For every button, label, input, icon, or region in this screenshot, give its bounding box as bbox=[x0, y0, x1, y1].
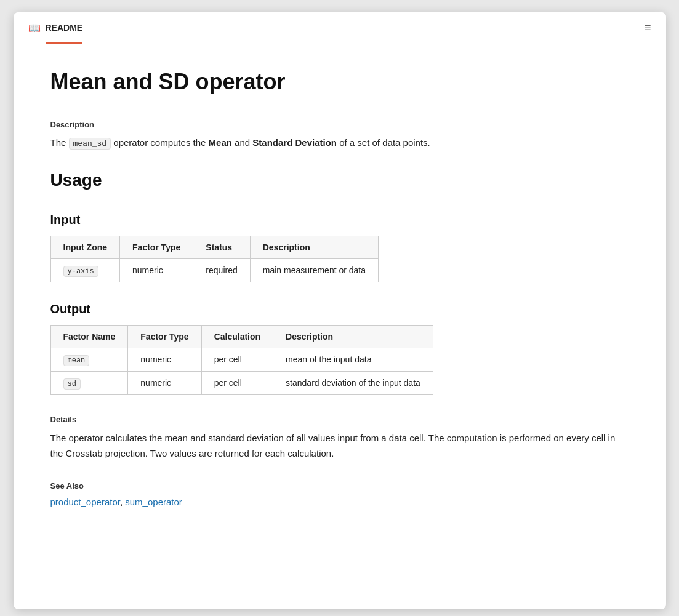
main-window: 📖 README ≡ Mean and SD operator Descript… bbox=[14, 12, 666, 609]
output-title: Output bbox=[50, 302, 629, 316]
mean-code: mean bbox=[63, 355, 90, 366]
desc-intro: The bbox=[50, 137, 66, 148]
see-also-links: product_operator, sum_operator bbox=[50, 497, 629, 507]
input-zone-cell: y-axis bbox=[50, 258, 120, 282]
output-type-sd: numeric bbox=[128, 371, 201, 394]
table-row: sd numeric per cell standard deviation o… bbox=[50, 371, 433, 394]
output-name-mean: mean bbox=[50, 348, 128, 371]
tab-left: 📖 README bbox=[28, 12, 83, 44]
output-th-type: Factor Type bbox=[128, 325, 201, 348]
details-label: Details bbox=[50, 415, 629, 424]
tab-bar: 📖 README ≡ bbox=[14, 12, 666, 44]
output-name-sd: sd bbox=[50, 371, 128, 394]
desc-bold-mean: Mean bbox=[209, 137, 232, 148]
input-description-cell: main measurement or data bbox=[250, 258, 378, 282]
details-text: The operator calculates the mean and sta… bbox=[50, 430, 629, 462]
menu-icon[interactable]: ≡ bbox=[645, 22, 651, 34]
output-th-name: Factor Name bbox=[50, 325, 128, 348]
output-table-wrapper: Factor Name Factor Type Calculation Desc… bbox=[50, 325, 629, 395]
output-calc-mean: per cell bbox=[201, 348, 273, 371]
output-header-row: Factor Name Factor Type Calculation Desc… bbox=[50, 325, 433, 348]
content-area: Mean and SD operator Description The mea… bbox=[14, 44, 666, 532]
usage-section: Usage Input Input Zone Factor Type Statu… bbox=[50, 170, 629, 395]
desc-rest: operator computes the Mean and Standard … bbox=[113, 137, 430, 148]
usage-divider bbox=[50, 199, 629, 199]
page-title: Mean and SD operator bbox=[50, 69, 629, 95]
sum-operator-link[interactable]: sum_operator bbox=[125, 497, 182, 507]
input-status-cell: required bbox=[193, 258, 250, 282]
description-label: Description bbox=[50, 120, 629, 129]
output-th-calculation: Calculation bbox=[201, 325, 273, 348]
output-table: Factor Name Factor Type Calculation Desc… bbox=[50, 325, 433, 395]
tab-label[interactable]: README bbox=[46, 12, 83, 44]
input-table-wrapper: Input Zone Factor Type Status Descriptio… bbox=[50, 236, 629, 282]
input-title: Input bbox=[50, 213, 629, 227]
see-also-label: See Also bbox=[50, 481, 629, 490]
input-header-row: Input Zone Factor Type Status Descriptio… bbox=[50, 236, 379, 258]
input-th-factor-type: Factor Type bbox=[120, 236, 193, 258]
usage-title: Usage bbox=[50, 170, 629, 190]
product-operator-link[interactable]: product_operator bbox=[50, 497, 120, 507]
description-paragraph: The mean_sd operator computes the Mean a… bbox=[50, 135, 629, 151]
title-divider bbox=[50, 106, 629, 106]
output-th-description: Description bbox=[273, 325, 433, 348]
output-desc-mean: mean of the input data bbox=[273, 348, 433, 371]
input-zone-code: y-axis bbox=[63, 266, 98, 277]
table-row: mean numeric per cell mean of the input … bbox=[50, 348, 433, 371]
table-row: y-axis numeric required main measurement… bbox=[50, 258, 379, 282]
book-icon: 📖 bbox=[28, 22, 41, 34]
output-desc-sd: standard deviation of the input data bbox=[273, 371, 433, 394]
output-calc-sd: per cell bbox=[201, 371, 273, 394]
desc-code: mean_sd bbox=[69, 138, 111, 150]
desc-bold-sd: Standard Deviation bbox=[252, 137, 337, 148]
input-factor-type-cell: numeric bbox=[120, 258, 193, 282]
input-table: Input Zone Factor Type Status Descriptio… bbox=[50, 236, 379, 282]
input-th-zone: Input Zone bbox=[50, 236, 120, 258]
input-th-description: Description bbox=[250, 236, 378, 258]
output-type-mean: numeric bbox=[128, 348, 201, 371]
sd-code: sd bbox=[63, 378, 81, 390]
input-th-status: Status bbox=[193, 236, 250, 258]
